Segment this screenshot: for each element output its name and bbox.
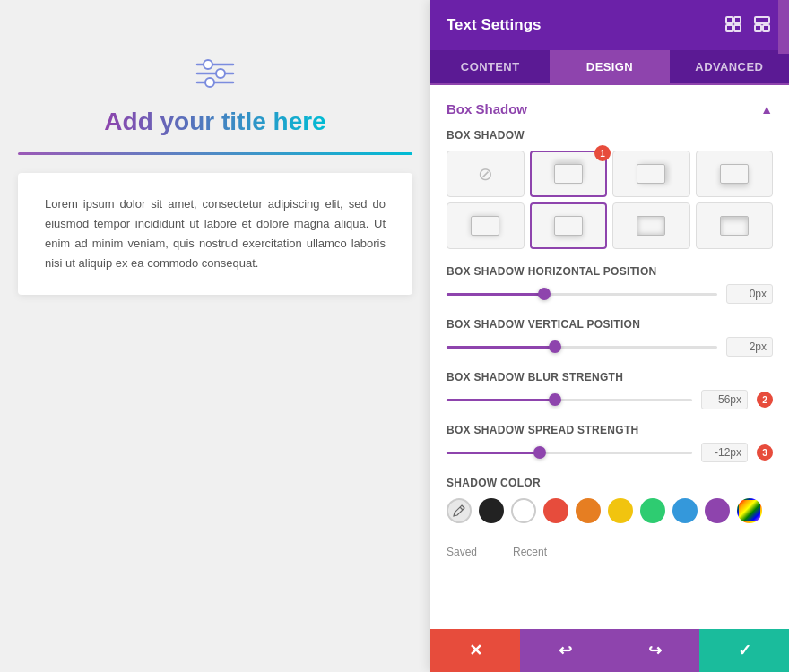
slider-spread-label: Box Shadow Spread Strength: [447, 424, 773, 436]
swatch-white[interactable]: [511, 498, 536, 523]
swatch-blue[interactable]: [672, 498, 698, 523]
slider-blur-badge: 2: [757, 392, 773, 408]
svg-rect-7: [734, 17, 741, 23]
panel-header-icons: [724, 15, 773, 35]
canvas-area: Add your title here Lorem ipsum dolor si…: [0, 0, 430, 672]
preset-inset[interactable]: [612, 202, 690, 249]
recent-label: Recent: [513, 546, 547, 558]
svg-rect-6: [726, 17, 733, 23]
settings-icon: [194, 54, 237, 93]
redo-button[interactable]: ↪: [610, 629, 699, 672]
svg-rect-9: [734, 25, 741, 31]
box-shadow-label: Box Shadow: [447, 129, 773, 142]
slider-spread-strength: Box Shadow Spread Strength -12px 3: [447, 424, 773, 462]
slider-spread-controls: -12px 3: [447, 443, 773, 462]
canvas-body-text: Lorem ipsum dolor sit amet, consectetur …: [45, 194, 386, 273]
swatch-yellow[interactable]: [608, 498, 633, 523]
slider-horizontal-controls: 0px: [447, 284, 773, 304]
preset-outer-right[interactable]: [612, 151, 690, 197]
slider-blur-value[interactable]: 56px: [701, 390, 748, 409]
panel-footer: ✕ ↩ ↪ ✓: [430, 629, 789, 672]
slider-vertical-controls: 2px: [447, 337, 773, 357]
slider-spread-badge: 3: [757, 444, 773, 461]
panel-body: Box Shadow ▲ Box Shadow ⊘ 1: [430, 85, 789, 629]
color-swatches: [447, 498, 773, 523]
svg-point-5: [205, 78, 214, 87]
swatch-purple[interactable]: [705, 498, 730, 523]
slider-spread-value[interactable]: -12px: [701, 443, 748, 462]
slider-blur-label: Box Shadow Blur Strength: [447, 371, 773, 383]
slider-horizontal-value[interactable]: 0px: [726, 284, 773, 304]
slider-horizontal-thumb[interactable]: [538, 288, 551, 300]
preset-outer-all[interactable]: [447, 202, 525, 249]
swatch-rainbow[interactable]: [737, 498, 762, 523]
svg-line-13: [460, 507, 463, 510]
svg-point-3: [204, 60, 212, 69]
section-title: Box Shadow: [447, 101, 527, 116]
slider-blur-track[interactable]: [447, 399, 692, 401]
preset-box-inset-bottom: [720, 216, 749, 236]
slider-spread-track[interactable]: [447, 452, 692, 454]
preset-outer-top[interactable]: 1: [530, 151, 608, 197]
shadow-presets-grid: ⊘ 1: [447, 151, 773, 249]
preset-box-bottom: [720, 164, 749, 184]
slider-blur-fill: [447, 399, 555, 401]
svg-rect-8: [726, 25, 733, 31]
shadow-color-label: Shadow Color: [447, 477, 773, 489]
preset-box-center: [554, 216, 583, 236]
preset-inset-bottom[interactable]: [696, 202, 774, 249]
slider-vertical-value[interactable]: 2px: [726, 337, 773, 357]
undo-button[interactable]: ↩: [520, 629, 610, 672]
slider-vertical-thumb[interactable]: [549, 340, 561, 353]
tab-advanced[interactable]: Advanced: [670, 50, 789, 83]
panel-tabs: Content Design Advanced: [430, 50, 789, 85]
preset-none[interactable]: ⊘: [447, 151, 525, 197]
slider-spread-thumb[interactable]: [533, 446, 546, 459]
slider-horizontal-position: Box Shadow Horizontal Position 0px: [447, 265, 773, 304]
cancel-button[interactable]: ✕: [430, 629, 520, 672]
save-button[interactable]: ✓: [699, 629, 789, 672]
slider-vertical-track[interactable]: [447, 346, 717, 349]
swatch-green[interactable]: [640, 498, 665, 523]
slider-spread-fill: [447, 452, 540, 454]
slider-blur-strength: Box Shadow Blur Strength 56px 2: [447, 371, 773, 409]
swatch-red[interactable]: [543, 498, 568, 523]
tab-design[interactable]: Design: [550, 50, 669, 83]
svg-point-4: [216, 69, 225, 78]
preset-box-top: [554, 164, 583, 184]
canvas-card: Lorem ipsum dolor sit amet, consectetur …: [18, 173, 412, 295]
slider-horizontal-label: Box Shadow Horizontal Position: [447, 265, 773, 278]
svg-rect-10: [755, 17, 769, 23]
swatch-orange[interactable]: [576, 498, 601, 523]
slider-vertical-fill: [447, 346, 555, 349]
slider-horizontal-fill: [447, 293, 544, 296]
preset-badge-1: 1: [594, 145, 611, 161]
settings-panel: Text Settings Content Design: [430, 0, 789, 672]
swatch-black[interactable]: [479, 498, 504, 523]
section-collapse-icon[interactable]: ▲: [760, 102, 773, 116]
tab-content[interactable]: Content: [430, 50, 550, 83]
canvas-title: Add your title here: [104, 108, 325, 136]
eyedropper-swatch[interactable]: [447, 498, 472, 523]
svg-rect-11: [755, 25, 761, 31]
fullscreen-icon[interactable]: [724, 15, 744, 35]
layout-icon[interactable]: [753, 15, 773, 35]
saved-label: Saved: [447, 546, 477, 558]
panel-header: Text Settings: [430, 0, 789, 50]
preset-box-inset: [637, 216, 665, 236]
preset-box-all: [471, 216, 499, 236]
slider-blur-thumb[interactable]: [549, 393, 561, 406]
slider-horizontal-track[interactable]: [447, 293, 717, 296]
preset-outer-center[interactable]: [530, 202, 608, 249]
section-header: Box Shadow ▲: [447, 101, 773, 116]
preset-box-right: [637, 164, 665, 184]
slider-vertical-position: Box Shadow Vertical Position 2px: [447, 318, 773, 357]
purple-accent: [778, 0, 789, 54]
svg-rect-12: [763, 25, 769, 31]
slider-vertical-label: Box Shadow Vertical Position: [447, 318, 773, 331]
slider-blur-controls: 56px 2: [447, 390, 773, 409]
no-shadow-icon: ⊘: [478, 163, 493, 185]
canvas-divider: [18, 152, 412, 155]
preset-outer-bottom[interactable]: [696, 151, 774, 197]
panel-title: Text Settings: [447, 16, 541, 34]
